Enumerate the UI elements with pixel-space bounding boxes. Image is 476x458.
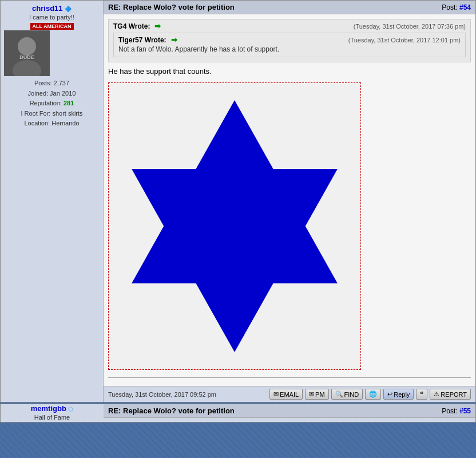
joined-stat: Joined: Jan 2010 [4,89,100,99]
next-post-username[interactable]: memtigbb [31,404,66,413]
www-icon: 🌐 [369,390,377,398]
quote-inner-attribution: Tiger57 Wrote: ➡ (Tuesday, 31st October,… [118,35,461,44]
next-post-number-link[interactable]: #55 [459,407,471,415]
quote-icon: ❝ [420,390,423,398]
footer-actions: ✉ EMAIL ✉ PM 🔍 FIND 🌐 ↩ Reply [269,389,471,400]
quote-button[interactable]: ❝ [416,389,427,400]
reply-icon: ↩ [387,390,392,398]
next-post-header: RE: Replace Wolo? vote for petition Post… [104,404,475,418]
quote-outer-arrow: ➡ [154,22,161,30]
user-stats: Posts: 2,737 Joined: Jan 2010 Reputation… [4,78,100,129]
next-post-content: RE: Replace Wolo? vote for petition Post… [104,404,475,422]
post-content-area: RE: Replace Wolo? vote for petition Post… [104,1,475,402]
username-link[interactable]: chrisd11 [32,4,62,13]
email-button[interactable]: ✉ EMAIL [269,389,303,400]
email-icon: ✉ [273,390,279,398]
find-button[interactable]: 🔍 FIND [331,389,363,400]
quote-outer-author: TG4 Wrote: [113,22,150,30]
quote-inner-text: Not a fan of Wolo. Apparently he has a l… [118,44,461,54]
quote-inner-author: Tiger57 Wrote: [118,36,166,44]
find-icon: 🔍 [335,390,343,398]
svg-point-1 [18,37,36,56]
reputation-stat: Reputation: 281 [4,98,100,109]
quote-outer-attribution: TG4 Wrote: ➡ (Tuesday, 31st October, 201… [113,22,466,30]
post-number: Post: #54 [442,3,471,11]
root-for-stat: I Root For: short skirts [4,109,100,119]
post-footer: Tuesday, 31st October, 2017 09:52 pm ✉ E… [104,386,475,402]
next-post-online-icon: ⬡ [68,406,73,412]
online-icon: 🔷 [65,6,72,12]
post-sidebar: chrisd11 🔷 I came to party!! ALL AMERICA… [1,1,104,402]
next-post-block: memtigbb ⬡ Hall of Fame RE: Replace Wolo… [0,404,476,423]
avatar: DUDE [4,30,50,76]
star-of-david-svg [114,89,355,364]
post-title: RE: Replace Wolo? vote for petition [108,3,235,11]
main-post-text: He has the support that counts. [108,67,471,76]
quote-inner-timestamp: (Tuesday, 31st October, 2017 12:01 pm) [348,37,461,44]
quote-inner-arrow: ➡ [171,35,177,44]
pm-button[interactable]: ✉ PM [305,389,329,400]
location-stat: Location: Hernando [4,119,100,129]
quote-inner: Tiger57 Wrote: ➡ (Tuesday, 31st October,… [113,33,466,57]
next-post-number: Post: #55 [442,407,471,415]
post-block: chrisd11 🔷 I came to party!! ALL AMERICA… [0,0,476,402]
post-body: TG4 Wrote: ➡ (Tuesday, 31st October, 201… [104,14,475,386]
www-button[interactable]: 🌐 [365,389,381,400]
quote-outer-timestamp: (Tuesday, 31st October, 2017 07:36 pm) [354,23,466,30]
next-post-sidebar: memtigbb ⬡ Hall of Fame [1,404,104,422]
username-area: chrisd11 🔷 [4,4,100,13]
reply-button[interactable]: ↩ Reply [383,389,414,400]
quote-outer: TG4 Wrote: ➡ (Tuesday, 31st October, 201… [108,19,471,62]
post-header: RE: Replace Wolo? vote for petition Post… [104,1,475,14]
pm-icon: ✉ [309,390,314,398]
next-post-title: RE: Replace Wolo? vote for petition [108,406,235,415]
svg-text:DUDE: DUDE [19,54,34,60]
posts-stat: Posts: 2,737 [4,78,100,89]
reputation-value: 281 [64,100,74,106]
post-number-link[interactable]: #54 [459,3,471,11]
star-of-david-container [108,82,361,370]
footer-timestamp: Tuesday, 31st October, 2017 09:52 pm [108,391,216,398]
report-button[interactable]: ⚠ REPORT [430,389,471,400]
separator [108,377,471,378]
badge-all-american: ALL AMERICAN [30,23,74,30]
user-title: I came to party!! [4,14,100,21]
next-post-user-title: Hall of Fame [1,414,104,421]
report-icon: ⚠ [434,390,439,398]
